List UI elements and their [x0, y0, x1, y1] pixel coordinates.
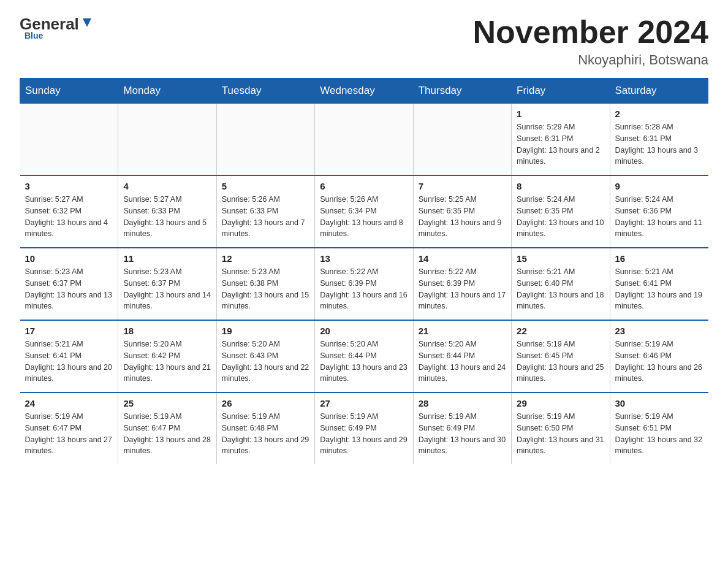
day-info: Sunrise: 5:29 AMSunset: 6:31 PMDaylight:…	[517, 121, 604, 167]
day-info: Sunrise: 5:20 AMSunset: 6:43 PMDaylight:…	[222, 339, 309, 385]
col-saturday: Saturday	[610, 79, 708, 104]
day-cell: 12Sunrise: 5:23 AMSunset: 6:38 PMDayligh…	[216, 248, 314, 320]
calendar-table: Sunday Monday Tuesday Wednesday Thursday…	[20, 78, 708, 464]
logo: General Blue	[20, 15, 94, 41]
day-cell: 25Sunrise: 5:19 AMSunset: 6:47 PMDayligh…	[118, 393, 216, 464]
day-info: Sunrise: 5:26 AMSunset: 6:34 PMDaylight:…	[320, 194, 408, 240]
day-info: Sunrise: 5:21 AMSunset: 6:40 PMDaylight:…	[517, 266, 604, 312]
day-cell: 11Sunrise: 5:23 AMSunset: 6:37 PMDayligh…	[118, 248, 216, 320]
day-number: 14	[419, 253, 506, 264]
day-cell: 29Sunrise: 5:19 AMSunset: 6:50 PMDayligh…	[512, 393, 610, 464]
day-info: Sunrise: 5:19 AMSunset: 6:49 PMDaylight:…	[419, 411, 506, 457]
day-number: 2	[615, 109, 703, 119]
col-tuesday: Tuesday	[216, 79, 314, 104]
day-cell: 27Sunrise: 5:19 AMSunset: 6:49 PMDayligh…	[315, 393, 413, 464]
day-cell: 6Sunrise: 5:26 AMSunset: 6:34 PMDaylight…	[315, 175, 413, 248]
day-cell: 20Sunrise: 5:20 AMSunset: 6:44 PMDayligh…	[315, 320, 413, 393]
col-sunday: Sunday	[20, 79, 118, 104]
day-info: Sunrise: 5:19 AMSunset: 6:48 PMDaylight:…	[222, 411, 309, 457]
day-number: 25	[123, 398, 211, 408]
day-info: Sunrise: 5:19 AMSunset: 6:46 PMDaylight:…	[615, 339, 703, 385]
header-row: Sunday Monday Tuesday Wednesday Thursday…	[20, 79, 708, 104]
day-cell: 21Sunrise: 5:20 AMSunset: 6:44 PMDayligh…	[413, 320, 511, 393]
day-number: 24	[25, 398, 113, 408]
day-number: 15	[517, 253, 604, 264]
day-cell: 1Sunrise: 5:29 AMSunset: 6:31 PMDaylight…	[512, 104, 610, 176]
day-number: 12	[222, 253, 309, 264]
day-info: Sunrise: 5:20 AMSunset: 6:44 PMDaylight:…	[419, 339, 506, 385]
day-cell: 8Sunrise: 5:24 AMSunset: 6:35 PMDaylight…	[512, 175, 610, 248]
page-header: General Blue November 2024 Nkoyaphiri, B…	[20, 15, 708, 68]
day-cell: 10Sunrise: 5:23 AMSunset: 6:37 PMDayligh…	[20, 248, 118, 320]
day-cell: 7Sunrise: 5:25 AMSunset: 6:35 PMDaylight…	[413, 175, 511, 248]
day-info: Sunrise: 5:24 AMSunset: 6:35 PMDaylight:…	[517, 194, 604, 240]
day-cell: 14Sunrise: 5:22 AMSunset: 6:39 PMDayligh…	[413, 248, 511, 320]
day-cell: 4Sunrise: 5:27 AMSunset: 6:33 PMDaylight…	[118, 175, 216, 248]
day-info: Sunrise: 5:20 AMSunset: 6:44 PMDaylight:…	[320, 339, 408, 385]
col-thursday: Thursday	[413, 79, 511, 104]
day-number: 8	[517, 181, 604, 191]
week-row-4: 17Sunrise: 5:21 AMSunset: 6:41 PMDayligh…	[20, 320, 708, 393]
day-number: 22	[517, 326, 604, 336]
day-cell: 9Sunrise: 5:24 AMSunset: 6:36 PMDaylight…	[610, 175, 708, 248]
day-number: 7	[419, 181, 506, 191]
day-info: Sunrise: 5:21 AMSunset: 6:41 PMDaylight:…	[615, 266, 703, 312]
day-number: 13	[320, 253, 408, 264]
day-info: Sunrise: 5:19 AMSunset: 6:45 PMDaylight:…	[517, 339, 604, 385]
day-cell	[315, 104, 413, 176]
day-cell: 30Sunrise: 5:19 AMSunset: 6:51 PMDayligh…	[610, 393, 708, 464]
day-number: 1	[517, 109, 604, 119]
day-number: 28	[419, 398, 506, 408]
col-friday: Friday	[512, 79, 610, 104]
day-cell: 22Sunrise: 5:19 AMSunset: 6:45 PMDayligh…	[512, 320, 610, 393]
day-info: Sunrise: 5:25 AMSunset: 6:35 PMDaylight:…	[419, 194, 506, 240]
logo-triangle-icon	[80, 16, 94, 29]
day-cell: 28Sunrise: 5:19 AMSunset: 6:49 PMDayligh…	[413, 393, 511, 464]
day-info: Sunrise: 5:19 AMSunset: 6:50 PMDaylight:…	[517, 411, 604, 457]
day-number: 10	[25, 253, 113, 264]
day-cell: 19Sunrise: 5:20 AMSunset: 6:43 PMDayligh…	[216, 320, 314, 393]
day-info: Sunrise: 5:19 AMSunset: 6:49 PMDaylight:…	[320, 411, 408, 457]
day-cell	[20, 104, 118, 176]
day-cell: 23Sunrise: 5:19 AMSunset: 6:46 PMDayligh…	[610, 320, 708, 393]
title-block: November 2024 Nkoyaphiri, Botswana	[473, 15, 708, 68]
calendar-subtitle: Nkoyaphiri, Botswana	[473, 52, 708, 68]
week-row-5: 24Sunrise: 5:19 AMSunset: 6:47 PMDayligh…	[20, 393, 708, 464]
day-number: 30	[615, 398, 703, 408]
col-monday: Monday	[118, 79, 216, 104]
day-number: 23	[615, 326, 703, 336]
day-info: Sunrise: 5:19 AMSunset: 6:47 PMDaylight:…	[25, 411, 113, 457]
day-number: 19	[222, 326, 309, 336]
day-info: Sunrise: 5:27 AMSunset: 6:33 PMDaylight:…	[123, 194, 211, 240]
day-cell	[118, 104, 216, 176]
svg-marker-0	[83, 18, 91, 27]
day-number: 17	[25, 326, 113, 336]
day-cell: 13Sunrise: 5:22 AMSunset: 6:39 PMDayligh…	[315, 248, 413, 320]
day-info: Sunrise: 5:23 AMSunset: 6:37 PMDaylight:…	[123, 266, 211, 312]
day-number: 5	[222, 181, 309, 191]
day-number: 9	[615, 181, 703, 191]
day-cell	[413, 104, 511, 176]
day-number: 18	[123, 326, 211, 336]
day-number: 16	[615, 253, 703, 264]
day-number: 27	[320, 398, 408, 408]
day-info: Sunrise: 5:27 AMSunset: 6:32 PMDaylight:…	[25, 194, 113, 240]
day-info: Sunrise: 5:24 AMSunset: 6:36 PMDaylight:…	[615, 194, 703, 240]
day-cell: 5Sunrise: 5:26 AMSunset: 6:33 PMDaylight…	[216, 175, 314, 248]
day-cell: 24Sunrise: 5:19 AMSunset: 6:47 PMDayligh…	[20, 393, 118, 464]
day-cell: 16Sunrise: 5:21 AMSunset: 6:41 PMDayligh…	[610, 248, 708, 320]
day-info: Sunrise: 5:19 AMSunset: 6:47 PMDaylight:…	[123, 411, 211, 457]
week-row-3: 10Sunrise: 5:23 AMSunset: 6:37 PMDayligh…	[20, 248, 708, 320]
day-info: Sunrise: 5:19 AMSunset: 6:51 PMDaylight:…	[615, 411, 703, 457]
logo-blue-text: Blue	[25, 31, 43, 40]
day-cell: 26Sunrise: 5:19 AMSunset: 6:48 PMDayligh…	[216, 393, 314, 464]
day-info: Sunrise: 5:21 AMSunset: 6:41 PMDaylight:…	[25, 339, 113, 385]
day-number: 20	[320, 326, 408, 336]
day-info: Sunrise: 5:23 AMSunset: 6:37 PMDaylight:…	[25, 266, 113, 312]
day-cell: 2Sunrise: 5:28 AMSunset: 6:31 PMDaylight…	[610, 104, 708, 176]
day-cell: 3Sunrise: 5:27 AMSunset: 6:32 PMDaylight…	[20, 175, 118, 248]
day-number: 26	[222, 398, 309, 408]
day-number: 6	[320, 181, 408, 191]
day-number: 11	[123, 253, 211, 264]
day-info: Sunrise: 5:20 AMSunset: 6:42 PMDaylight:…	[123, 339, 211, 385]
